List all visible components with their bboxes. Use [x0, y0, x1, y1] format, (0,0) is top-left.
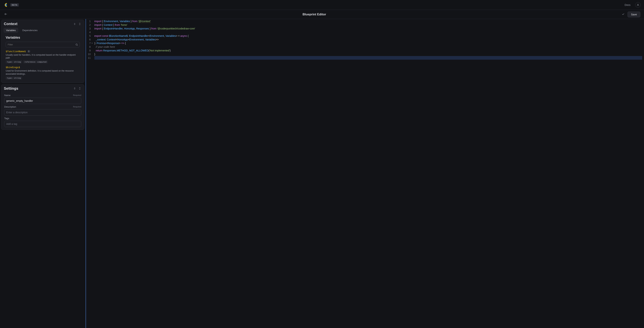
description-required-label: Required	[73, 106, 81, 108]
code-editor[interactable]: 1234567891011 import { Environment, Vari…	[86, 19, 644, 328]
context-panel: Context VariablesDependencies Variables	[1, 20, 84, 83]
variables-filter-wrap	[1, 40, 84, 50]
context-collapse-button[interactable]	[73, 22, 76, 26]
check-icon	[622, 13, 624, 16]
variables-section-title: Variables	[1, 35, 84, 40]
arrow-left-icon	[4, 13, 7, 16]
variable-badge: 1	[27, 50, 30, 53]
name-field-row: Name Required	[1, 92, 84, 104]
code-line[interactable]	[94, 30, 642, 34]
tab-dependencies[interactable]: Dependencies	[20, 28, 40, 33]
name-field-label: Name	[4, 94, 73, 97]
page-title: Blueprint Editor	[8, 13, 620, 16]
code-area: 1234567891011 import { Environment, Vari…	[86, 19, 644, 328]
variable-description: Usually used for handlers. It is compute…	[6, 54, 80, 59]
code-line[interactable]: import { EndpointHandler, HonoApp, Respo…	[94, 27, 642, 30]
variable-name: $bindings$	[6, 66, 20, 69]
tags-field-label: Tags	[4, 117, 81, 120]
back-button[interactable]	[4, 12, 8, 17]
context-tabs: VariablesDependencies	[1, 28, 84, 35]
context-panel-header: Context	[1, 20, 84, 28]
code-line[interactable]: }	[94, 52, 642, 56]
user-icon	[637, 4, 639, 6]
code-line[interactable]: ): Promise<Response> => {	[94, 41, 642, 45]
settings-panel-title: Settings	[4, 86, 73, 91]
tags-input[interactable]	[4, 121, 81, 127]
code-line[interactable]: // your code here	[94, 45, 642, 49]
name-input[interactable]	[4, 98, 81, 104]
variable-item[interactable]: $bindings$Used for Environment definitio…	[6, 66, 80, 79]
settings-panel: Settings Name Required	[1, 84, 84, 130]
code-line[interactable]	[94, 56, 642, 60]
docs-link[interactable]: Docs	[624, 4, 630, 7]
saved-status-icon	[620, 12, 626, 18]
logo-icon	[3, 3, 8, 7]
topbar: BETA Docs	[0, 0, 644, 10]
variable-chip: type: string	[6, 60, 22, 63]
code-line[interactable]: export const $functionName$: EndpointHan…	[94, 34, 642, 38]
save-button[interactable]: Save	[628, 12, 640, 18]
variable-chip: type: string	[6, 77, 22, 80]
sort-icon	[78, 23, 81, 25]
code-line[interactable]: _context: Context<HonoApp<Environment, V…	[94, 38, 642, 41]
beta-badge: BETA	[10, 3, 19, 7]
sort-icon	[78, 87, 81, 90]
context-sort-button[interactable]	[78, 22, 82, 26]
variables-filter-input[interactable]	[6, 42, 80, 47]
variable-name: $functionName$	[6, 50, 26, 53]
variable-chip: reference: computed	[23, 60, 48, 63]
code-content[interactable]: import { Environment, Variables } from '…	[92, 19, 644, 328]
variable-item[interactable]: $functionName$1Usually used for handlers…	[6, 50, 80, 63]
settings-panel-header: Settings	[1, 85, 84, 92]
code-line[interactable]: import { Environment, Variables } from '…	[94, 20, 642, 23]
collapse-icon	[73, 23, 76, 25]
left-column: Context VariablesDependencies Variables	[0, 19, 86, 328]
search-icon	[76, 43, 78, 47]
code-line[interactable]: return Responses.METHOD_NOT_ALLOWED('Not…	[94, 49, 642, 52]
tab-variables[interactable]: Variables	[4, 28, 18, 33]
settings-sort-button[interactable]	[78, 87, 82, 90]
collapse-icon	[73, 87, 76, 90]
name-required-label: Required	[73, 94, 81, 96]
settings-collapse-button[interactable]	[73, 87, 76, 90]
description-input[interactable]	[4, 109, 81, 116]
logo[interactable]	[3, 3, 8, 7]
editor-header: Blueprint Editor Save	[0, 10, 644, 19]
main-layout: Context VariablesDependencies Variables	[0, 19, 644, 328]
svg-point-0	[638, 4, 638, 5]
svg-point-1	[76, 44, 77, 45]
variables-list: $functionName$1Usually used for handlers…	[1, 50, 84, 83]
tags-field-row: Tags	[1, 116, 84, 127]
user-menu-button[interactable]	[635, 2, 641, 8]
description-field-row: Description Required	[1, 104, 84, 116]
code-gutter: 1234567891011	[86, 19, 92, 328]
code-line[interactable]: import { Context } from 'hono'	[94, 23, 642, 27]
description-field-label: Description	[4, 105, 73, 108]
context-panel-title: Context	[4, 22, 73, 26]
variable-description: Used for Environment definition. It is c…	[6, 69, 80, 75]
